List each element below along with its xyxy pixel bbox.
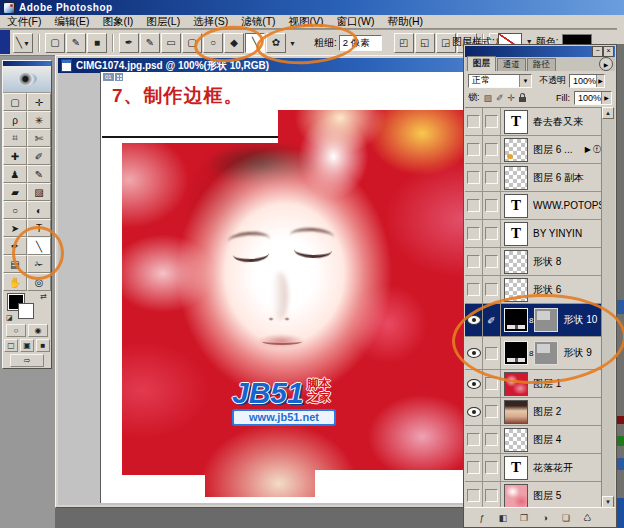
layer-thumbnail[interactable] xyxy=(504,250,528,274)
lock-all-icon[interactable] xyxy=(519,97,526,102)
layer-name[interactable]: 花落花开 xyxy=(533,461,604,475)
menu-item-7[interactable]: 窗口(W) xyxy=(337,15,375,29)
fill-pixels-button[interactable]: ■ xyxy=(87,33,107,53)
pen-tool-button[interactable]: ✒ xyxy=(119,33,139,53)
layer-name[interactable]: 图层 6 ... xyxy=(533,143,585,157)
link-activity-cell[interactable] xyxy=(483,454,501,481)
layer-row-2[interactable]: 图层 6 副本 xyxy=(465,164,604,192)
path-select-tool[interactable]: ➤ xyxy=(3,219,27,237)
menu-item-6[interactable]: 视图(V) xyxy=(289,15,324,29)
hand-tool[interactable]: ✋ xyxy=(3,273,27,291)
layer-thumbnail[interactable] xyxy=(504,400,528,424)
crop-tool[interactable]: ⌗ xyxy=(3,129,27,147)
standard-mode-button[interactable]: ○ xyxy=(6,324,26,337)
link-activity-cell[interactable] xyxy=(483,164,501,191)
layer-thumbnail[interactable] xyxy=(504,428,528,452)
lock-position-icon[interactable]: ✛ xyxy=(508,93,516,103)
default-colors-icon[interactable]: ◪ xyxy=(6,314,13,322)
paths-button[interactable]: ✎ xyxy=(66,33,86,53)
link-activity-cell[interactable] xyxy=(483,248,501,275)
gradient-tool[interactable]: ▨ xyxy=(27,183,51,201)
combine-subtract-button[interactable]: ◱ xyxy=(415,33,435,53)
opacity-input[interactable]: 100% ▶ xyxy=(569,74,605,88)
link-activity-cell[interactable] xyxy=(483,337,501,369)
quickmask-mode-button[interactable]: ◉ xyxy=(28,324,48,337)
visibility-toggle[interactable] xyxy=(465,454,483,481)
menu-item-0[interactable]: 文件(F) xyxy=(7,15,41,29)
layer-row-10[interactable]: 图层 2 xyxy=(465,398,604,426)
visibility-toggle[interactable] xyxy=(465,192,483,219)
text-layer-thumbnail[interactable]: T xyxy=(504,110,528,134)
tool-preset-button[interactable]: ╲▼ xyxy=(13,33,33,53)
layer-name[interactable]: 形状 8 xyxy=(533,255,604,269)
layer-thumbnail[interactable] xyxy=(504,138,528,162)
jump-to-imageready-button[interactable]: ⇨ xyxy=(10,354,44,367)
new-set-button[interactable]: ❐ xyxy=(515,511,533,524)
visibility-toggle[interactable] xyxy=(465,370,483,397)
menu-item-5[interactable]: 滤镜(T) xyxy=(241,15,275,29)
visibility-toggle[interactable] xyxy=(465,276,483,303)
shape-layers-button[interactable]: ▢ xyxy=(45,33,65,53)
new-layer-button[interactable]: ❏ xyxy=(557,511,575,524)
layers-scrollbar[interactable]: ▲ ▼ xyxy=(601,107,615,508)
layer-row-12[interactable]: T花落花开 xyxy=(465,454,604,482)
panel-minimize-button[interactable]: − xyxy=(592,46,603,57)
link-activity-cell[interactable] xyxy=(483,220,501,247)
layer-name[interactable]: WWW.POTOPS.C... xyxy=(533,200,604,211)
blend-mode-select[interactable]: 正常 ▼ xyxy=(468,74,532,88)
clone-stamp-tool[interactable]: ♟ xyxy=(3,165,27,183)
link-activity-cell[interactable] xyxy=(483,192,501,219)
text-layer-thumbnail[interactable]: T xyxy=(504,222,528,246)
visibility-toggle[interactable] xyxy=(465,337,483,369)
visibility-toggle[interactable] xyxy=(465,220,483,247)
fullscreen-button[interactable]: ■ xyxy=(36,339,50,352)
layer-row-8[interactable]: 8形状 9 xyxy=(465,337,604,370)
type-tool[interactable]: T xyxy=(27,219,51,237)
fill-color-thumbnail[interactable] xyxy=(504,308,528,332)
polygon-tool-button[interactable]: ◆ xyxy=(224,33,244,53)
fill-color-thumbnail[interactable] xyxy=(504,341,528,365)
layer-row-1[interactable]: 图层 6 ...▶ ⓕ xyxy=(465,136,604,164)
text-layer-thumbnail[interactable]: T xyxy=(504,194,528,218)
standard-screen-button[interactable]: ▢ xyxy=(4,339,18,352)
layer-row-0[interactable]: T春去春又来 xyxy=(465,108,604,136)
layer-row-9[interactable]: 图层 1 xyxy=(465,370,604,398)
combine-add-button[interactable]: ◰ xyxy=(394,33,414,53)
blur-tool[interactable]: ○ xyxy=(3,201,27,219)
eraser-tool[interactable]: ▰ xyxy=(3,183,27,201)
layer-row-7[interactable]: ✐8形状 10 xyxy=(465,304,604,337)
layer-row-11[interactable]: 图层 4 xyxy=(465,426,604,454)
link-activity-cell[interactable] xyxy=(483,276,501,303)
adjustment-layer-button[interactable]: ◑ xyxy=(536,511,554,524)
layer-style-button[interactable]: ƒ xyxy=(473,511,491,524)
line-weight-input[interactable] xyxy=(339,35,382,51)
layer-name[interactable]: 形状 6 xyxy=(533,283,604,297)
layer-name[interactable]: 形状 9 xyxy=(563,346,604,360)
rectangle-tool-button[interactable]: ▭ xyxy=(161,33,181,53)
fill-input[interactable]: 100% ▶ xyxy=(574,91,612,105)
layer-row-5[interactable]: 形状 8 xyxy=(465,248,604,276)
healing-brush-tool[interactable]: ✚ xyxy=(3,147,27,165)
petals-portrait-image[interactable]: JB51 脚本 之家 www.jb51.net xyxy=(122,110,463,499)
custom-shape-button[interactable]: ✿ xyxy=(266,33,286,53)
freeform-pen-button[interactable]: ✎ xyxy=(140,33,160,53)
link-activity-cell[interactable] xyxy=(483,482,501,508)
vector-mask-thumbnail[interactable] xyxy=(534,341,558,365)
pen-tool[interactable]: ✒ xyxy=(3,237,27,255)
menu-item-4[interactable]: 选择(S) xyxy=(193,15,228,29)
visibility-toggle[interactable] xyxy=(465,136,483,163)
add-mask-button[interactable]: ◧ xyxy=(494,511,512,524)
layer-name[interactable]: 形状 10 xyxy=(563,313,604,327)
layer-row-6[interactable]: 形状 6 xyxy=(465,276,604,304)
visibility-toggle[interactable] xyxy=(465,426,483,453)
layer-thumbnail[interactable] xyxy=(504,484,528,508)
visibility-toggle[interactable] xyxy=(465,482,483,508)
visibility-toggle[interactable] xyxy=(465,164,483,191)
ellipse-tool-button[interactable]: ○ xyxy=(203,33,223,53)
layer-thumbnail[interactable] xyxy=(504,278,528,302)
dodge-tool[interactable]: ◐ xyxy=(27,201,51,219)
slice-tool[interactable]: ✄ xyxy=(27,129,51,147)
history-brush-tool[interactable]: ✎ xyxy=(27,165,51,183)
text-layer-thumbnail[interactable]: T xyxy=(504,456,528,480)
visibility-toggle[interactable] xyxy=(465,304,483,336)
